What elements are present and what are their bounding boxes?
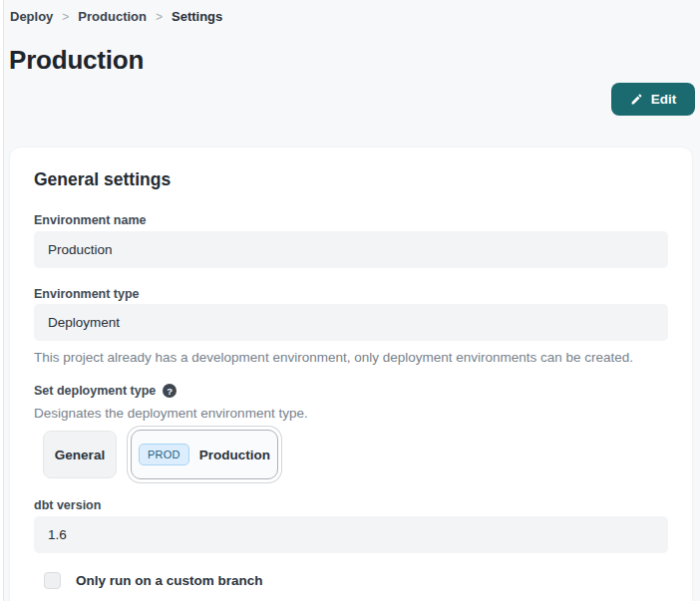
general-settings-card: General settings Environment name Produc… — [10, 148, 692, 601]
breadcrumb-separator-icon: > — [156, 10, 163, 24]
sidebar-edge — [0, 0, 4, 601]
card-heading: General settings — [34, 169, 171, 190]
environment-name-label: Environment name — [34, 213, 147, 227]
environment-name-value: Production — [48, 242, 113, 257]
deployment-type-option-production[interactable]: PROD Production — [131, 430, 278, 479]
option-general-label: General — [55, 448, 105, 462]
custom-branch-row: Only run on a custom branch — [44, 572, 263, 589]
custom-branch-checkbox[interactable] — [44, 572, 61, 589]
breadcrumb-item-deploy[interactable]: Deploy — [10, 9, 53, 24]
pencil-icon — [630, 93, 643, 106]
dbt-version-value: 1.6 — [48, 527, 67, 542]
dbt-version-label: dbt version — [34, 498, 101, 512]
breadcrumb-item-production[interactable]: Production — [78, 9, 147, 24]
deployment-type-description: Designates the deployment environment ty… — [34, 406, 308, 421]
environment-name-field[interactable]: Production — [34, 231, 668, 268]
environment-type-field[interactable]: Deployment — [34, 304, 668, 341]
environment-type-label: Environment type — [34, 287, 140, 301]
option-production-label: Production — [199, 448, 270, 462]
custom-branch-label: Only run on a custom branch — [76, 573, 263, 588]
deployment-type-options: General PROD Production — [43, 430, 278, 479]
environment-type-helper: This project already has a development e… — [34, 350, 633, 365]
dbt-version-field[interactable]: 1.6 — [34, 516, 668, 553]
breadcrumb: Deploy > Production > Settings — [10, 9, 222, 24]
environment-type-value: Deployment — [48, 315, 120, 330]
deployment-type-label-row: Set deployment type ? — [34, 384, 176, 398]
edit-button[interactable]: Edit — [611, 83, 695, 116]
help-icon[interactable]: ? — [163, 384, 176, 398]
deployment-type-option-general[interactable]: General — [43, 431, 117, 478]
deployment-type-label: Set deployment type — [34, 384, 156, 398]
page-title: Production — [9, 45, 144, 76]
edit-button-label: Edit — [651, 92, 677, 107]
breadcrumb-separator-icon: > — [62, 10, 69, 24]
prod-badge: PROD — [139, 444, 189, 465]
breadcrumb-item-settings[interactable]: Settings — [172, 9, 222, 24]
